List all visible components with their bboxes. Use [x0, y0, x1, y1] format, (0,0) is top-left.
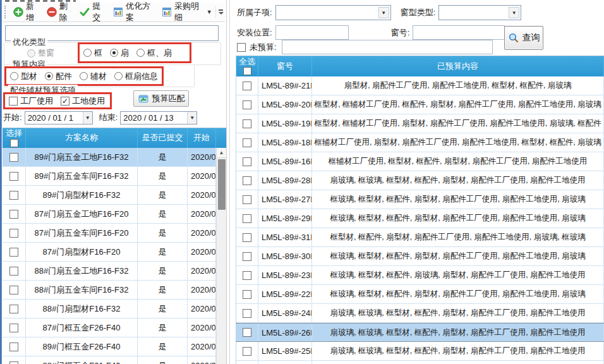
row-checkbox[interactable] [9, 229, 18, 238]
row-select-cell[interactable] [3, 281, 26, 299]
row-checkbox[interactable] [9, 210, 18, 219]
plan-table-row[interactable]: 89#门扇五金工地F16-F32 是 2020/0 [3, 148, 216, 167]
row-checkbox[interactable] [243, 214, 251, 223]
select-all-column-header[interactable]: 全选 [236, 56, 258, 76]
budget-table-row[interactable]: LM5L-89#-29F27 框玻璃, 框型材, 框配件, 扇型材, 扇配件工厂… [236, 209, 604, 228]
radio-icon[interactable] [80, 72, 88, 80]
start-column-header[interactable]: 开始 [188, 128, 216, 148]
row-checkbox[interactable] [243, 233, 251, 242]
plan-table-row[interactable]: 88#门扇五金车间F16-F32 是 2020/0 [3, 281, 216, 300]
row-select-cell[interactable] [236, 342, 258, 360]
window-no-column-header[interactable]: 窗号 [258, 56, 312, 76]
row-select-cell[interactable] [3, 186, 26, 204]
radio-option[interactable]: 扇 [106, 47, 133, 59]
vertical-scrollbar[interactable]: ▲ [216, 148, 226, 364]
start-date-picker[interactable]: 2020 / 01 / 1 ▼ [25, 111, 93, 124]
plan-table-row[interactable]: 89#门框五金F26-F40 是 2020/0 [3, 337, 216, 356]
row-checkbox[interactable] [9, 248, 18, 257]
chevron-down-icon[interactable]: ▼ [207, 9, 212, 15]
submitted-column-header[interactable]: 是否已提交 [138, 128, 188, 148]
budget-table-row[interactable]: LM5L-89#-22F20 框玻璃, 框型材, 框配件, 扇型材, 扇配件工厂… [236, 285, 604, 304]
row-checkbox[interactable] [9, 286, 18, 294]
row-checkbox[interactable] [243, 271, 251, 280]
row-select-cell[interactable] [3, 300, 26, 318]
radio-icon[interactable] [45, 72, 53, 80]
row-select-cell[interactable] [236, 209, 258, 228]
budget-table-row[interactable]: LM5L-89#-24F22 扇玻璃, 框玻璃, 框型材, 框配件, 扇型材, … [236, 304, 604, 323]
row-checkbox[interactable] [243, 309, 251, 318]
window-type-dropdown[interactable]: ▼ [438, 5, 521, 20]
row-select-cell[interactable] [3, 262, 26, 280]
radio-option[interactable]: 型材 [6, 71, 41, 82]
checkbox-option[interactable]: 工厂使用 [5, 95, 57, 107]
budget-table-row[interactable]: LM5L-89#-19F17 框型材, 框辅材工厂使用, 扇型材, 扇配件工厂使… [236, 114, 604, 133]
row-select-cell[interactable] [236, 228, 258, 246]
row-select-cell[interactable] [3, 243, 26, 261]
budget-table-row[interactable]: LM5L-89#-31F29 框型材, 框配件, 扇型材, 扇配件工厂使用, 扇… [236, 228, 604, 247]
row-select-cell[interactable] [236, 304, 258, 322]
plan-table-row[interactable]: 87#门扇五金工地F16-F20 是 2020/0 [3, 205, 216, 224]
row-select-cell[interactable] [236, 114, 258, 133]
plan-table-row[interactable]: 89#门扇五金车间F16-F32 是 2020/0 [3, 167, 216, 186]
radio-option[interactable]: 框 [80, 47, 106, 59]
radio-icon[interactable] [136, 49, 145, 57]
budget-table-row[interactable]: LM5L-89#-20F18 框型材, 框辅材工厂使用, 框配件, 扇型材, 扇… [236, 95, 604, 114]
end-date-picker[interactable]: 2020 / 01 / 13 ▼ [120, 111, 197, 124]
row-checkbox[interactable] [243, 195, 251, 204]
plan-table-row[interactable]: 87#门扇型材F16-F20 是 2020/0 [3, 243, 216, 262]
submit-button[interactable]: 提交 [76, 0, 110, 25]
radio-icon[interactable] [110, 49, 118, 57]
row-checkbox[interactable] [243, 138, 251, 147]
purchase-detail-button[interactable]: 采购明细 ▼ [159, 0, 215, 25]
row-checkbox[interactable] [9, 267, 18, 276]
row-checkbox[interactable] [9, 172, 18, 181]
chevron-down-icon[interactable]: ▼ [187, 112, 196, 124]
scroll-up-arrow-icon[interactable]: ▲ [217, 148, 226, 158]
install-pos-input[interactable] [275, 25, 349, 40]
row-select-cell[interactable] [236, 95, 258, 114]
row-checkbox[interactable] [243, 347, 251, 356]
select-column-header[interactable]: 选择 [3, 128, 26, 148]
row-checkbox[interactable] [243, 328, 251, 337]
plan-table-row[interactable]: 87#门扇五金车间F16-F20 是 2020/0 [3, 224, 216, 243]
delete-button[interactable]: 删除 [44, 0, 77, 25]
checkbox-option[interactable]: 工地使用 [57, 95, 109, 107]
row-checkbox[interactable] [9, 324, 18, 332]
row-select-cell[interactable] [236, 266, 258, 284]
budget-table-row[interactable]: LM5L-89#-27F25 框玻璃, 框型材, 框配件, 扇型材, 扇配件工厂… [236, 190, 604, 209]
window-no-input[interactable] [413, 25, 505, 40]
row-select-cell[interactable] [236, 324, 258, 341]
row-select-cell[interactable] [3, 205, 26, 223]
scrollbar-thumb[interactable] [218, 159, 226, 210]
budget-table-row[interactable]: LM5L-89#-25F23 扇玻璃, 框玻璃, 框型材, 框配件, 扇型材, … [236, 342, 604, 361]
radio-icon[interactable] [10, 72, 18, 80]
select-all-checkbox[interactable] [243, 67, 251, 75]
radio-icon[interactable] [27, 49, 35, 58]
no-budget-input[interactable] [282, 40, 493, 54]
row-select-cell[interactable] [236, 133, 258, 152]
row-checkbox[interactable] [243, 290, 251, 299]
budget-table-row[interactable]: LM5L-89#-18F16 框辅材工厂使用, 扇型材, 扇配件工厂使用, 扇配… [236, 133, 604, 152]
plan-table-row[interactable]: 89#门扇型材F16-F32 是 2020/0 [3, 186, 216, 205]
row-select-cell[interactable] [236, 171, 258, 190]
radio-option[interactable]: 整窗 [23, 47, 58, 59]
radio-option[interactable]: 框、扇 [133, 47, 176, 59]
plan-table-row[interactable]: 88#门框五金F21-F40 是 2020/0 [3, 356, 216, 364]
plan-table-row[interactable]: 88#门扇五金工地F16-F32 是 2020/0 [3, 262, 216, 281]
row-select-cell[interactable] [236, 152, 258, 171]
row-select-cell[interactable] [3, 167, 26, 185]
row-checkbox[interactable] [243, 252, 251, 261]
query-button[interactable]: 查询 [504, 26, 543, 50]
budget-table-row[interactable]: LM5L-89#-16F15 框辅材工厂使用, 框型材, 框配件, 扇型材, 扇… [236, 152, 604, 171]
row-checkbox[interactable] [243, 157, 251, 166]
chevron-down-icon[interactable]: ▼ [509, 7, 519, 18]
chevron-down-icon[interactable]: ▼ [378, 7, 389, 18]
radio-option[interactable]: 配件 [41, 71, 76, 82]
radio-icon[interactable] [114, 72, 123, 80]
sub-item-dropdown[interactable]: ▼ [275, 5, 391, 20]
row-select-cell[interactable] [236, 190, 258, 209]
row-select-cell[interactable] [3, 224, 26, 242]
radio-icon[interactable] [83, 49, 92, 57]
no-budget-checkbox[interactable] [237, 43, 246, 52]
select-all-checkbox[interactable] [10, 139, 18, 147]
